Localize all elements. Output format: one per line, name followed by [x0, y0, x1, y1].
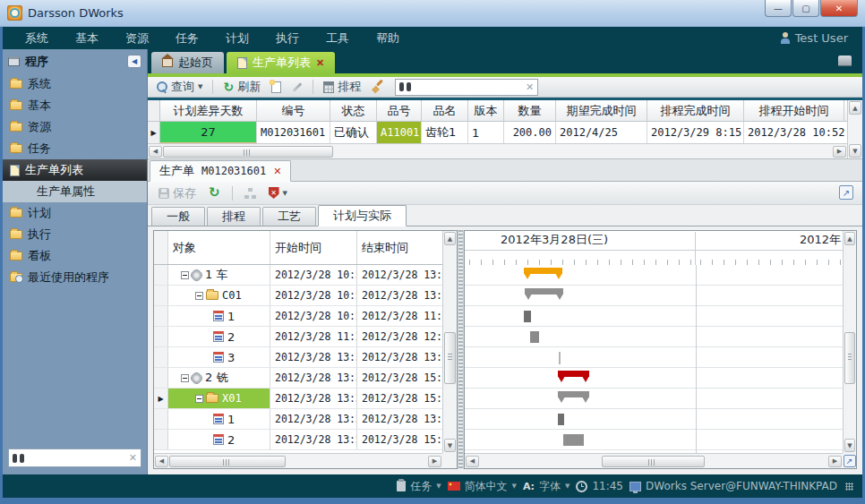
pane-splitter[interactable] [458, 230, 464, 469]
col-header-sched-finish[interactable]: 排程完成时间 [647, 100, 744, 121]
sidebar-item-production-order-props[interactable]: 生产单属性 [3, 181, 147, 202]
scroll-left-icon[interactable]: ◀ [466, 456, 479, 467]
gantt-bar-summary[interactable] [525, 288, 563, 295]
tree-row-task[interactable]: 1 2012/3/28 10:52 2012/3/28 11:22 [154, 306, 442, 327]
scroll-right-icon[interactable]: ▶ [833, 146, 846, 158]
sidebar-collapse-button[interactable]: ◀ [127, 55, 141, 68]
sidebar-item-plan[interactable]: 计划 [3, 202, 147, 224]
doc-tab-close-icon[interactable]: ✕ [273, 166, 281, 177]
menu-plan[interactable]: 计划 [212, 30, 262, 47]
menu-resource[interactable]: 资源 [112, 30, 162, 47]
scroll-up-icon[interactable]: ▲ [849, 101, 861, 115]
table-horizontal-scrollbar[interactable]: ◀ ▶ [154, 453, 442, 468]
query-button[interactable]: 查询 ▼ [153, 78, 206, 96]
tree-row-task[interactable]: 2 2012/3/28 11:22 2012/3/28 12:00 [154, 327, 442, 347]
float-panel-icon[interactable] [838, 56, 852, 65]
refresh-button[interactable]: ↻ 刷新 [219, 78, 264, 96]
tree-collapse-icon[interactable] [195, 395, 203, 403]
hierarchy-button[interactable] [241, 184, 260, 202]
col-header-status[interactable]: 状态 [330, 100, 377, 121]
grid-data-row[interactable]: ▶ 27 M012031601 已确认 A11001 齿轮1 1 200.00 … [148, 122, 847, 143]
maximize-button[interactable]: ▢ [792, 0, 819, 17]
scroll-down-icon[interactable]: ▼ [844, 439, 855, 452]
minimize-button[interactable]: — [765, 0, 792, 17]
chevron-down-icon[interactable]: ▼ [512, 483, 517, 490]
col-header-qty[interactable]: 数量 [504, 100, 556, 121]
gantt-bar-task[interactable] [524, 311, 531, 322]
gantt-horizontal-scrollbar[interactable]: ◀ ▶ [465, 453, 843, 468]
menu-help[interactable]: 帮助 [363, 30, 413, 47]
tree-collapse-icon[interactable] [181, 374, 189, 382]
col-header-plan-diff-days[interactable]: 计划差异天数 [160, 100, 257, 121]
col-header-item-name[interactable]: 品名 [422, 100, 468, 121]
status-font-selector[interactable]: A: 字体 ▼ [523, 479, 570, 494]
sidebar-item-kanban[interactable]: 看板 [3, 245, 147, 267]
scroll-right-icon[interactable]: ▶ [828, 456, 842, 467]
status-task-selector[interactable]: 任务 ▼ [397, 479, 441, 494]
refresh-doc-button[interactable]: ↻ [205, 184, 224, 202]
edit-button[interactable] [288, 78, 306, 96]
tab-schedule[interactable]: 排程 [207, 207, 261, 226]
tree-row-task[interactable]: 2 2012/3/28 13:50 2012/3/28 15:30 [154, 430, 442, 450]
col-header-version[interactable]: 版本 [468, 100, 504, 121]
tab-start-page[interactable]: 起始页 [151, 52, 224, 73]
scroll-up-icon[interactable]: ▲ [444, 232, 456, 245]
tab-process[interactable]: 工艺 [262, 207, 316, 226]
status-language-selector[interactable]: 简体中文 ▼ [448, 479, 517, 494]
clean-button[interactable] [368, 78, 388, 96]
sidebar-item-basic[interactable]: 基本 [3, 95, 147, 116]
tree-row-task[interactable]: 3 2012/3/28 13:30 2012/3/28 13:40 [154, 347, 442, 368]
menu-basic[interactable]: 基本 [62, 30, 112, 47]
chevron-down-icon[interactable]: ▼ [198, 83, 202, 90]
col-header-end-time[interactable]: 结束时间 [357, 231, 442, 264]
gantt-bar-summary[interactable] [524, 268, 562, 274]
sidebar-item-resource[interactable]: 资源 [3, 116, 147, 138]
col-header-object[interactable]: 对象 [168, 231, 270, 264]
tab-close-icon[interactable]: ✕ [316, 57, 324, 69]
toolbar-search-clear-icon[interactable]: ✕ [526, 81, 534, 93]
sidebar-item-system[interactable]: 系统 [3, 73, 147, 95]
col-header-start-time[interactable]: 开始时间 [270, 231, 357, 264]
gantt-bar-task[interactable] [558, 414, 564, 425]
scroll-left-icon[interactable]: ◀ [149, 146, 162, 158]
table-vertical-scrollbar[interactable]: ▲ ▼ [442, 231, 457, 453]
tab-plan-vs-actual[interactable]: 计划与实际 [318, 205, 407, 226]
col-header-expect-finish[interactable]: 期望完成时间 [556, 100, 647, 121]
sidebar-search-input[interactable] [28, 452, 129, 465]
chevron-down-icon[interactable]: ▼ [436, 483, 441, 490]
save-button[interactable]: 保存 [155, 184, 200, 202]
gantt-vertical-scrollbar[interactable]: ▲ ▼ [843, 231, 856, 453]
tab-general[interactable]: 一般 [151, 207, 205, 226]
col-header-item-no[interactable]: 品号 [377, 100, 422, 121]
grid-horizontal-scrollbar[interactable]: ◀ ▶ [148, 143, 847, 158]
scroll-thumb[interactable] [163, 146, 333, 158]
resize-grip[interactable] [845, 483, 853, 491]
gantt-bar-task[interactable] [563, 434, 584, 446]
tree-row-task[interactable]: 1 2012/3/28 13:30 2012/3/28 13:50 [154, 409, 442, 430]
gantt-bar-task[interactable] [530, 331, 539, 343]
scroll-up-icon[interactable]: ▲ [844, 232, 855, 245]
validate-button[interactable]: ✕ ▼ [265, 184, 291, 202]
tree-row-machine-group-1[interactable]: 1 车 2012/3/28 10:52 2012/3/28 13:40 [154, 265, 442, 286]
grid-vertical-scrollbar[interactable]: ▲ ▼ [847, 100, 862, 158]
sidebar-item-recent-programs[interactable]: 最近使用的程序 [3, 267, 147, 288]
sidebar-item-execute[interactable]: 执行 [3, 224, 147, 245]
scroll-thumb[interactable] [844, 332, 855, 384]
tree-row-machine-x01-selected[interactable]: ▶ X01 2012/3/28 13:30 2012/3/28 15:40 [154, 389, 442, 409]
new-button[interactable] [268, 78, 285, 96]
chevron-down-icon[interactable]: ▼ [565, 483, 570, 490]
scroll-thumb[interactable] [169, 456, 286, 467]
menu-system[interactable]: 系统 [12, 30, 62, 47]
user-indicator[interactable]: Test User [780, 31, 853, 45]
menu-tools[interactable]: 工具 [313, 30, 363, 47]
scroll-thumb[interactable] [444, 332, 456, 384]
gantt-bar-summary[interactable] [558, 391, 589, 397]
scroll-down-icon[interactable]: ▼ [444, 439, 456, 452]
sidebar-item-task[interactable]: 任务 [3, 138, 147, 159]
chevron-down-icon[interactable]: ▼ [283, 190, 287, 197]
scroll-left-icon[interactable]: ◀ [155, 456, 168, 467]
tree-collapse-icon[interactable] [181, 271, 189, 279]
close-button[interactable]: ✕ [820, 0, 858, 17]
gantt-bar-line[interactable] [559, 352, 561, 364]
tree-row-machine-group-2[interactable]: 2 铣 2012/3/28 13:30 2012/3/28 15:40 [154, 368, 442, 389]
